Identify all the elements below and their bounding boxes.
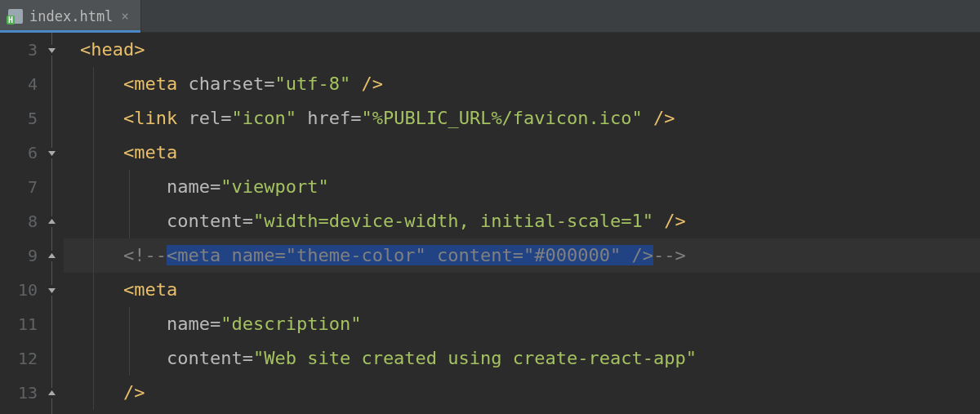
code-text: <head> xyxy=(80,39,145,60)
fold-handle-icon[interactable] xyxy=(47,216,57,227)
code-text: <meta charset="utf-8" /> xyxy=(80,73,383,94)
token-tag: link xyxy=(134,108,188,128)
line-number: 13 xyxy=(0,376,38,410)
tab-bar: index.html × xyxy=(0,0,980,33)
code-text: content="width=device-width, initial-sca… xyxy=(80,211,686,231)
code-text: /> xyxy=(80,382,145,403)
token-attr: = xyxy=(264,73,274,94)
token-val: "%PUBLIC_URL%/favicon.ico" xyxy=(361,108,642,128)
line-number: 8 xyxy=(0,204,38,238)
token-tag: meta xyxy=(134,279,177,300)
code-line[interactable]: content="Web site created using create-r… xyxy=(64,341,980,376)
svg-marker-1 xyxy=(48,151,56,156)
token-attr: charset xyxy=(188,73,264,94)
token-tag: meta xyxy=(134,73,188,94)
tab-index-html[interactable]: index.html × xyxy=(0,0,141,32)
token-punct: < xyxy=(123,73,134,94)
token-punct: /> xyxy=(350,73,383,94)
token-attr: = xyxy=(243,211,253,231)
code-line[interactable]: name="description" xyxy=(64,307,980,341)
token-punct: > xyxy=(134,39,145,60)
line-number: 3 xyxy=(0,33,38,67)
code-text: <meta xyxy=(80,279,177,300)
token-attr: content xyxy=(167,211,243,231)
token-val: "Web site created using create-react-app… xyxy=(253,348,697,368)
line-number: 12 xyxy=(0,341,38,376)
code-line[interactable]: /> xyxy=(64,376,980,410)
line-number: 6 xyxy=(0,136,38,170)
token-punct: /> xyxy=(123,382,145,403)
token-attr: rel xyxy=(188,108,220,128)
token-val: "icon" xyxy=(231,108,296,128)
line-number: 11 xyxy=(0,307,38,341)
svg-marker-2 xyxy=(48,219,56,224)
token-attr: name xyxy=(167,314,210,334)
code-line[interactable]: <!--<meta name="theme-color" content="#0… xyxy=(64,238,980,273)
code-editor[interactable]: 345678910111213 <head> <meta charset="ut… xyxy=(0,33,980,414)
close-icon[interactable]: × xyxy=(121,8,129,24)
token-tag: head xyxy=(91,39,134,60)
svg-marker-4 xyxy=(48,288,56,293)
token-attr xyxy=(296,108,307,128)
token-val: "width=device-width, initial-scale=1" xyxy=(253,211,653,231)
svg-marker-5 xyxy=(48,390,56,395)
line-number: 9 xyxy=(0,238,38,273)
fold-handle-icon[interactable] xyxy=(47,45,57,56)
line-number: 7 xyxy=(0,170,38,204)
token-attr: href xyxy=(307,108,350,128)
code-line[interactable]: <head> xyxy=(64,33,980,67)
token-punct: < xyxy=(123,279,134,300)
code-text: content="Web site created using create-r… xyxy=(80,348,697,368)
code-text: <!--<meta name="theme-color" content="#0… xyxy=(80,245,686,265)
code-line[interactable]: <meta xyxy=(64,136,980,170)
code-text: <meta xyxy=(80,142,177,162)
code-line[interactable]: <meta xyxy=(64,273,980,307)
fold-handle-icon[interactable] xyxy=(47,148,57,158)
tab-label: index.html xyxy=(29,8,113,24)
code-line[interactable]: <meta charset="utf-8" /> xyxy=(64,67,980,101)
token-attr: = xyxy=(350,108,361,128)
code-line[interactable]: content="width=device-width, initial-sca… xyxy=(64,204,980,238)
code-line[interactable]: name="viewport" xyxy=(64,170,980,204)
token-punct: /> xyxy=(643,108,675,128)
token-punct: < xyxy=(123,108,134,128)
fold-column xyxy=(46,33,64,414)
token-attr: name xyxy=(167,176,210,197)
token-val: "description" xyxy=(220,314,361,334)
html-file-icon xyxy=(8,9,23,24)
token-attr: = xyxy=(243,348,253,368)
token-attr: = xyxy=(220,108,231,128)
token-val: "viewport" xyxy=(220,176,328,197)
code-area[interactable]: <head> <meta charset="utf-8" /> <link re… xyxy=(64,33,980,414)
token-punct: < xyxy=(123,142,134,162)
svg-marker-3 xyxy=(48,253,56,258)
fold-handle-icon[interactable] xyxy=(47,285,57,296)
token-comment: --> xyxy=(653,245,686,265)
code-text: name="viewport" xyxy=(80,176,329,197)
token-punct: /> xyxy=(653,211,686,231)
fold-handle-icon[interactable] xyxy=(47,388,57,398)
token-attr: = xyxy=(210,176,220,197)
line-number-gutter: 345678910111213 xyxy=(0,33,46,414)
token-tag: meta xyxy=(134,142,177,162)
line-number: 10 xyxy=(0,273,38,307)
token-comment: <meta name="theme-color" content="#00000… xyxy=(167,245,653,265)
token-val: "utf-8" xyxy=(274,73,350,94)
token-attr: = xyxy=(210,314,220,334)
token-attr: content xyxy=(167,348,243,368)
code-text: name="description" xyxy=(80,314,361,334)
token-comment: <!-- xyxy=(123,245,167,265)
token-punct: < xyxy=(80,39,91,60)
code-line[interactable]: <link rel="icon" href="%PUBLIC_URL%/favi… xyxy=(64,101,980,136)
line-number: 4 xyxy=(0,67,38,101)
code-text: <link rel="icon" href="%PUBLIC_URL%/favi… xyxy=(80,108,675,128)
fold-handle-icon[interactable] xyxy=(47,251,57,261)
svg-marker-0 xyxy=(48,48,56,53)
line-number: 5 xyxy=(0,101,38,136)
